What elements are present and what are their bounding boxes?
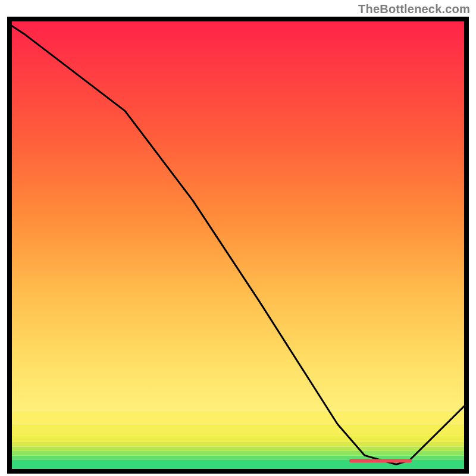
svg-rect-4 (12, 442, 464, 447)
svg-rect-8 (12, 21, 464, 411)
plot-svg (7, 17, 469, 474)
svg-rect-2 (12, 451, 464, 456)
svg-rect-7 (12, 411, 464, 424)
attribution-text: TheBottleneck.com (358, 2, 470, 16)
plot-area (7, 17, 469, 474)
svg-rect-3 (12, 446, 464, 451)
background-bands (12, 21, 464, 469)
svg-rect-5 (12, 436, 464, 442)
chart-stage: TheBottleneck.com (0, 0, 476, 476)
svg-rect-6 (12, 424, 464, 436)
